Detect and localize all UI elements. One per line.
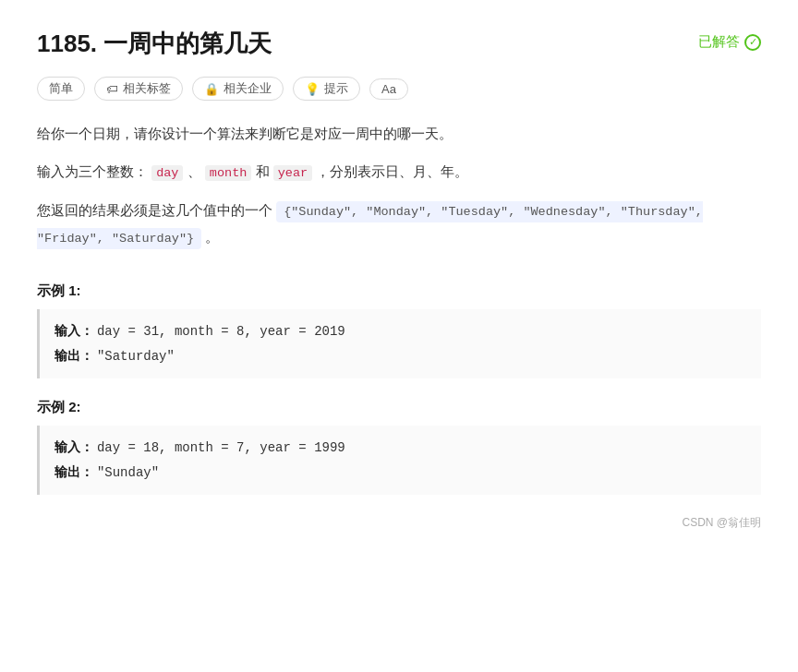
hint-icon: 💡	[305, 82, 320, 96]
example2-output-value: "Sunday"	[97, 465, 159, 480]
description-line2: 输入为三个整数： day 、 month 和 year ，分别表示日、月、年。	[37, 159, 761, 185]
tags-row: 简单 🏷 相关标签 🔒 相关企业 💡 提示 Aa	[37, 77, 761, 101]
tag-font[interactable]: Aa	[369, 78, 408, 100]
year-code: year	[273, 165, 312, 181]
solved-label: 已解答	[698, 33, 740, 51]
tag-difficulty-label: 简单	[49, 80, 73, 97]
example2-output-label: 输出：	[54, 464, 93, 479]
header-row: 1185. 一周中的第几天 已解答 ✓	[37, 28, 761, 60]
example1-output-label: 输出：	[54, 348, 93, 363]
lock-icon: 🔒	[204, 82, 219, 96]
page-title: 1185. 一周中的第几天	[37, 28, 272, 60]
example2-input-value: day = 18, month = 7, year = 1999	[97, 440, 345, 455]
description-line3: 您返回的结果必须是这几个值中的一个 {"Sunday", "Monday", "…	[37, 198, 761, 250]
tag-related-tags[interactable]: 🏷 相关标签	[94, 77, 183, 101]
example2-block: 输入： day = 18, month = 7, year = 1999 输出：…	[37, 426, 761, 495]
example2-output: 输出： "Sunday"	[54, 460, 746, 486]
example1-output-value: "Saturday"	[97, 349, 175, 364]
example1-input-label: 输入：	[54, 323, 93, 338]
example1-title: 示例 1:	[37, 282, 761, 300]
tag-difficulty[interactable]: 简单	[37, 77, 85, 101]
solved-badge: 已解答 ✓	[698, 33, 761, 51]
example1-block: 输入： day = 31, month = 8, year = 2019 输出：…	[37, 309, 761, 378]
solved-icon: ✓	[744, 34, 761, 51]
tag-related-tags-label: 相关标签	[123, 80, 171, 97]
tag-icon: 🏷	[106, 82, 118, 96]
tag-related-companies[interactable]: 🔒 相关企业	[192, 77, 284, 101]
description-line1: 给你一个日期，请你设计一个算法来判断它是对应一周中的哪一天。	[37, 121, 761, 146]
footer: CSDN @翁佳明	[37, 515, 761, 531]
spacer	[37, 264, 761, 282]
tag-font-label: Aa	[381, 82, 396, 96]
tag-related-companies-label: 相关企业	[224, 80, 272, 97]
example1-input-value: day = 31, month = 8, year = 2019	[97, 324, 345, 339]
example1-output: 输出： "Saturday"	[54, 343, 746, 369]
tag-hints[interactable]: 💡 提示	[293, 77, 360, 101]
footer-attribution: CSDN @翁佳明	[682, 516, 761, 529]
tag-hints-label: 提示	[324, 80, 348, 97]
example2-input: 输入： day = 18, month = 7, year = 1999	[54, 435, 746, 461]
example2-title: 示例 2:	[37, 399, 761, 416]
month-code: month	[205, 165, 252, 181]
example1-input: 输入： day = 31, month = 8, year = 2019	[54, 318, 746, 344]
example2-input-label: 输入：	[54, 439, 93, 454]
day-code: day	[151, 165, 183, 181]
